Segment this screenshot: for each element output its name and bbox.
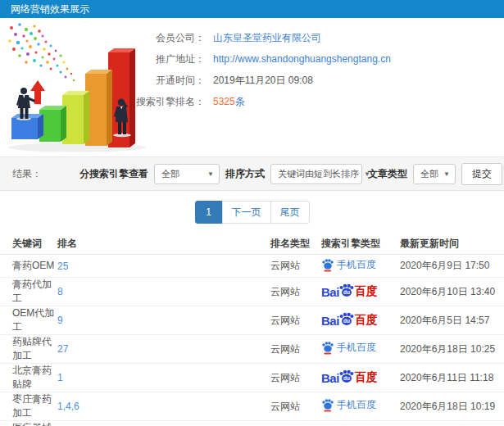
- pagination: 1 下一页 尾页: [0, 201, 504, 224]
- updated-cell: 2020年6月9日 17:50: [400, 255, 504, 278]
- baidu-logo-cn: 百度: [355, 370, 378, 385]
- sort-select[interactable]: 关键词由短到长排序 ▼: [270, 164, 362, 184]
- rank-count-value: 5325: [213, 96, 235, 107]
- sort-filter-label: 排序方式: [225, 167, 265, 181]
- engine-label: 手机百度: [337, 398, 376, 412]
- keyword-rank-table: 关键词 排名 排名类型 搜索引擎类型 最新更新时间 膏药OEM 25 云网站 手…: [0, 233, 504, 426]
- updated-cell: 2020年6月5日 14:57: [400, 306, 504, 335]
- rank-cell[interactable]: 1: [57, 364, 270, 392]
- article-type-value: 全部: [420, 168, 438, 180]
- sort-select-value: 关键词由短到长排序: [278, 168, 359, 180]
- article-type-select[interactable]: 全部 ▼: [413, 164, 456, 184]
- info-section: 会员公司： 山东皇圣堂药业有限公司 推广地址： http://www.shand…: [0, 18, 504, 156]
- table-row: 医疗器械厂家 4 云网站 Bai du 百度 2020年5月29日 10:32: [0, 421, 504, 426]
- rank-cell[interactable]: 8: [57, 278, 270, 306]
- updated-cell: 2020年6月11日 11:18: [400, 364, 504, 392]
- mobile-baidu-badge: 手机百度: [321, 341, 376, 355]
- rank-type-cell: 云网站: [270, 306, 321, 335]
- updated-cell: 2020年6月18日 10:19: [400, 392, 504, 421]
- table-header-row: 关键词 排名 排名类型 搜索引擎类型 最新更新时间: [0, 233, 504, 255]
- table-row: OEM代加工 9 云网站 Bai du 百度 2020年6月5日 14:57: [0, 306, 504, 335]
- article-type-label: 文章类型: [368, 167, 407, 181]
- promo-url-label: 推广地址：: [0, 52, 205, 66]
- baidu-logo-cn: 百度: [355, 313, 378, 328]
- keyword-cell: 枣庄膏药加工: [0, 392, 57, 421]
- opened-time-row: 开通时间： 2019年11月20日 09:08: [0, 70, 504, 91]
- engine-filter-label: 分搜索引擎查看: [79, 167, 148, 181]
- rank-type-cell: 云网站: [270, 278, 321, 306]
- col-rank: 排名: [57, 233, 270, 255]
- keyword-cell: 药贴牌代加工: [0, 335, 57, 364]
- filter-bar: 结果： 分搜索引擎查看 全部 ▼ 排序方式 关键词由短到长排序 ▼ 文章类型 全…: [0, 156, 504, 191]
- rank-type-cell: 云网站: [270, 421, 321, 426]
- opened-time-label: 开通时间：: [0, 74, 205, 88]
- table-row: 膏药OEM 25 云网站 手机百度 2020年6月9日 17:50: [0, 255, 504, 278]
- rank-cell[interactable]: 27: [57, 335, 270, 364]
- rank-cell[interactable]: 25: [57, 255, 270, 278]
- baidu-logo-du: du: [343, 375, 350, 381]
- page-1-button[interactable]: 1: [195, 201, 223, 224]
- updated-cell: 2020年6月10日 13:40: [400, 278, 504, 306]
- rank-type-cell: 云网站: [270, 335, 321, 364]
- table-row: 药贴牌代加工 27 云网站 手机百度 2020年6月18日 10:25: [0, 335, 504, 364]
- baidu-logo-bai: Bai: [321, 285, 339, 299]
- baidu-logo: Bai du 百度: [321, 284, 378, 299]
- baidu-logo-du: du: [343, 318, 350, 324]
- member-info: 会员公司： 山东皇圣堂药业有限公司 推广地址： http://www.shand…: [0, 27, 504, 112]
- baidu-logo: Bai du 百度: [321, 313, 378, 328]
- baidu-paw-icon: du: [338, 312, 354, 326]
- keyword-cell: 膏药代加工: [0, 278, 57, 306]
- company-label: 会员公司：: [0, 31, 205, 45]
- baidu-logo-bai: Bai: [321, 314, 339, 328]
- baidu-paw-icon: [321, 398, 334, 412]
- rank-cell[interactable]: 4: [57, 421, 270, 426]
- keyword-cell: OEM代加工: [0, 306, 57, 335]
- col-engine-type: 搜索引擎类型: [321, 233, 400, 255]
- last-page-button[interactable]: 尾页: [270, 201, 310, 224]
- rank-type-cell: 云网站: [270, 392, 321, 421]
- page-title: 网络营销效果展示: [11, 3, 89, 15]
- baidu-paw-icon: du: [338, 283, 354, 297]
- company-row: 会员公司： 山东皇圣堂药业有限公司: [0, 27, 504, 48]
- engine-label: 手机百度: [337, 341, 376, 355]
- engine-select-value: 全部: [161, 168, 179, 180]
- keyword-cell: 北京膏药贴牌: [0, 364, 57, 392]
- mobile-baidu-badge: 手机百度: [321, 398, 376, 412]
- promo-url-link[interactable]: http://www.shandonghuangshengtang.cn: [213, 53, 391, 65]
- rank-type-cell: 云网站: [270, 255, 321, 278]
- promo-url-row: 推广地址： http://www.shandonghuangshengtang.…: [0, 48, 504, 70]
- updated-cell: 2020年5月29日 10:32: [400, 421, 504, 426]
- baidu-logo: Bai du 百度: [321, 370, 378, 385]
- rank-count-unit: 条: [235, 95, 245, 109]
- table-row: 膏药代加工 8 云网站 Bai du 百度 2020年6月10日 13:40: [0, 278, 504, 306]
- keyword-cell: 医疗器械厂家: [0, 421, 57, 426]
- baidu-logo-cn: 百度: [355, 284, 378, 299]
- rank-cell[interactable]: 9: [57, 306, 270, 335]
- table-row: 北京膏药贴牌 1 云网站 Bai du 百度 2020年6月11日 11:18: [0, 364, 504, 392]
- submit-button[interactable]: 提交: [461, 163, 502, 185]
- rank-count-label: 搜索引擎排名：: [0, 95, 205, 109]
- chevron-down-icon: ▼: [438, 170, 450, 178]
- rank-cell[interactable]: 1,4,6: [57, 392, 270, 421]
- filter-controls: 分搜索引擎查看 全部 ▼ 排序方式 关键词由短到长排序 ▼ 文章类型 全部 ▼ …: [79, 163, 502, 185]
- rank-type-cell: 云网站: [270, 364, 321, 392]
- col-keyword: 关键词: [0, 233, 57, 255]
- company-link[interactable]: 山东皇圣堂药业有限公司: [213, 31, 321, 45]
- baidu-logo-du: du: [343, 289, 350, 295]
- keyword-cell: 膏药OEM: [0, 255, 57, 278]
- baidu-logo-bai: Bai: [321, 371, 339, 385]
- updated-cell: 2020年6月18日 10:25: [400, 335, 504, 364]
- mobile-baidu-badge: 手机百度: [321, 258, 376, 272]
- opened-time-value: 2019年11月20日 09:08: [213, 74, 313, 88]
- col-updated: 最新更新时间: [400, 233, 504, 255]
- app-header: 网络营销效果展示: [0, 0, 504, 18]
- rank-count-row: 搜索引擎排名： 5325 条: [0, 91, 504, 112]
- table-row: 枣庄膏药加工 1,4,6 云网站 手机百度 2020年6月18日 10:19: [0, 392, 504, 421]
- baidu-paw-icon: [321, 341, 334, 355]
- result-label: 结果：: [12, 167, 42, 181]
- engine-select[interactable]: 全部 ▼: [154, 164, 220, 184]
- col-rank-type: 排名类型: [270, 233, 321, 255]
- engine-label: 手机百度: [337, 258, 376, 272]
- baidu-paw-icon: [321, 258, 334, 272]
- next-page-button[interactable]: 下一页: [222, 201, 271, 224]
